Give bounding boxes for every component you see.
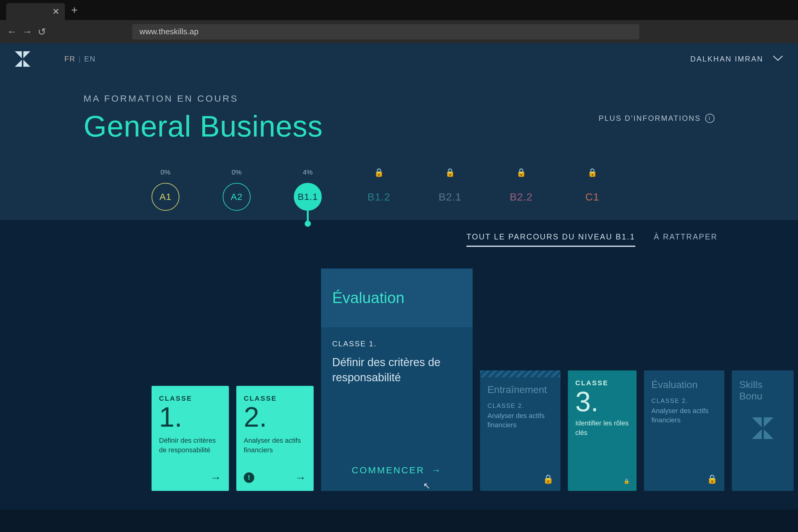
level-b12-locked: 🔒 B1.2 <box>365 168 393 211</box>
url-text: www.theskills.ap <box>140 27 199 36</box>
lock-icon: 🔒 <box>707 474 718 484</box>
lock-icon: 🔒 <box>587 168 597 177</box>
lang-separator: | <box>78 55 81 63</box>
page-title: General Business <box>84 109 323 144</box>
new-tab-icon[interactable]: + <box>71 4 78 17</box>
lang-en[interactable]: EN <box>84 55 95 63</box>
card-number: 2. <box>244 403 306 431</box>
svg-marker-2 <box>15 60 22 67</box>
level-badge: A2 <box>223 183 251 211</box>
card-eyebrow: CLASSE 2. <box>651 397 717 404</box>
level-a1[interactable]: 0% A1 <box>151 168 179 211</box>
level-b21-locked: 🔒 B2.1 <box>436 168 464 211</box>
level-badge: B2.1 <box>436 183 464 211</box>
info-icon: i <box>705 114 714 123</box>
card-classe-2[interactable]: CLASSE 2. Analyser des actifs financiers… <box>236 386 314 491</box>
level-pct: 4% <box>303 168 313 177</box>
card-classe-3-locked: CLASSE 3. Identifier les rôles clés 🔒 <box>568 370 637 491</box>
card-skills-bonus-locked: Skills Bonu <box>732 370 794 491</box>
logo-icon[interactable] <box>15 51 30 67</box>
svg-marker-0 <box>15 51 22 58</box>
forward-icon[interactable]: → <box>22 26 32 37</box>
back-icon[interactable]: ← <box>7 26 17 37</box>
alert-icon: ! <box>244 472 254 483</box>
level-b11-active[interactable]: 4% B1.1 <box>294 168 322 211</box>
level-badge: B2.2 <box>507 183 535 211</box>
card-eyebrow: CLASSE 2. <box>488 402 553 410</box>
user-name: DALKHAN IMRAN <box>690 55 763 63</box>
card-desc: Définir des critères de responsabilité <box>332 355 461 385</box>
browser-tab-bar: ✕ + <box>0 0 798 20</box>
svg-marker-4 <box>752 417 762 427</box>
card-number: 1. <box>159 403 221 431</box>
card-desc: Analyser des actifs financiers <box>488 411 553 430</box>
cta-label: COMMENCER <box>352 465 425 475</box>
card-eyebrow: CLASSE 1. <box>332 340 461 348</box>
arrow-right-icon: → <box>210 471 221 484</box>
svg-marker-6 <box>752 430 762 439</box>
card-desc: Analyser des actifs financiers <box>651 406 717 424</box>
browser-nav-bar: ← → ↺ www.theskills.ap <box>0 20 798 43</box>
more-info-link[interactable]: PLUS D'INFORMATIONS i <box>599 114 715 123</box>
tab-a-rattraper[interactable]: À RATTRAPER <box>654 232 718 247</box>
lang-fr[interactable]: FR <box>64 55 75 63</box>
language-switcher[interactable]: FR | EN <box>64 55 96 63</box>
commencer-button[interactable]: COMMENCER → <box>321 465 473 491</box>
card-title: Évaluation <box>332 289 404 307</box>
level-b22-locked: 🔒 B2.2 <box>507 168 535 211</box>
hero: MA FORMATION EN COURS General Business P… <box>80 75 718 211</box>
filter-tabs: TOUT LE PARCOURS DU NIVEAU B1.1 À RATTRA… <box>19 232 779 247</box>
svg-marker-3 <box>23 60 31 67</box>
lock-icon: 🔒 <box>543 474 554 484</box>
lock-icon: 🔒 <box>445 168 455 177</box>
level-pct: 0% <box>232 168 241 177</box>
close-icon[interactable]: ✕ <box>52 6 59 17</box>
card-desc: Analyser des actifs financiers <box>244 436 306 455</box>
more-info-label: PLUS D'INFORMATIONS <box>599 114 701 122</box>
level-badge: C1 <box>578 183 606 211</box>
browser-tab[interactable]: ✕ <box>6 3 65 20</box>
hero-eyebrow: MA FORMATION EN COURS <box>84 93 323 104</box>
level-connector <box>307 211 309 224</box>
cards-track[interactable]: CLASSE 1. Définir des critères de respon… <box>19 268 779 491</box>
svg-marker-1 <box>23 51 31 58</box>
lock-icon: 🔒 <box>623 478 630 484</box>
page-header: FR | EN DALKHAN IMRAN MA FORMATION EN CO… <box>0 43 798 220</box>
card-title: Évaluation <box>651 379 717 391</box>
svg-marker-5 <box>764 417 774 427</box>
card-title: Entraînement <box>488 384 553 396</box>
pinwheel-icon <box>739 417 786 439</box>
top-nav: FR | EN DALKHAN IMRAN <box>0 43 798 75</box>
card-entrainement-locked: Entraînement CLASSE 2. Analyser des acti… <box>480 370 560 491</box>
card-evaluation-locked: Évaluation CLASSE 2. Analyser des actifs… <box>644 370 724 491</box>
browser-chrome: ✕ + ← → ↺ www.theskills.ap <box>0 0 798 43</box>
card-evaluation-active[interactable]: Évaluation CLASSE 1. Définir des critère… <box>321 268 473 491</box>
card-classe-1[interactable]: CLASSE 1. Définir des critères de respon… <box>151 386 229 491</box>
svg-marker-7 <box>764 430 774 439</box>
card-number: 3. <box>575 388 629 416</box>
chevron-down-icon[interactable] <box>773 55 783 63</box>
level-badge: B1.2 <box>365 183 393 211</box>
card-desc: Identifier les rôles clés <box>575 419 629 438</box>
card-title: Skills Bonu <box>739 379 786 402</box>
level-selector: 0% A1 0% A2 4% B1.1 🔒 B1.2 🔒 B2.1 🔒 <box>80 168 718 211</box>
level-badge: B1.1 <box>294 183 322 211</box>
reload-icon[interactable]: ↺ <box>38 26 46 38</box>
user-menu[interactable]: DALKHAN IMRAN <box>690 55 783 63</box>
level-badge: A1 <box>151 183 179 211</box>
card-desc: Définir des critères de responsabilité <box>159 436 221 455</box>
level-pct: 0% <box>161 168 170 177</box>
tab-all-parcours[interactable]: TOUT LE PARCOURS DU NIVEAU B1.1 <box>467 232 635 247</box>
url-bar[interactable]: www.theskills.ap <box>132 24 639 40</box>
arrow-right-icon: → <box>295 471 306 484</box>
level-c1-locked: 🔒 C1 <box>578 168 606 211</box>
lock-icon: 🔒 <box>374 168 384 177</box>
lock-icon: 🔒 <box>516 168 526 177</box>
content-area: TOUT LE PARCOURS DU NIVEAU B1.1 À RATTRA… <box>0 220 798 510</box>
card-header: Évaluation <box>321 268 473 327</box>
level-a2[interactable]: 0% A2 <box>223 168 251 211</box>
arrow-right-icon: → <box>432 465 442 475</box>
